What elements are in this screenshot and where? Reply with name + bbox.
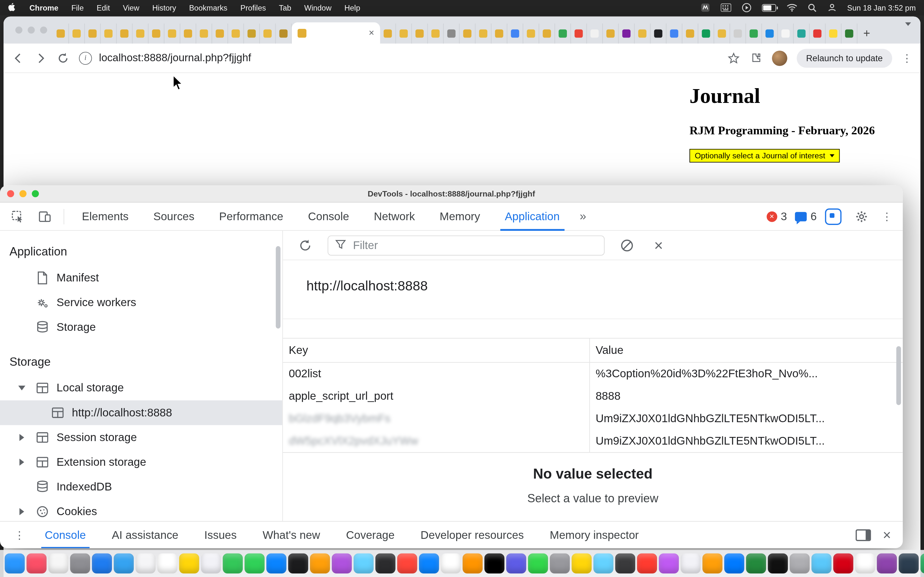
browser-tab[interactable] xyxy=(730,23,746,43)
browser-tab[interactable] xyxy=(101,23,117,43)
table-row[interactable]: apple_script_url_port 8888 xyxy=(283,385,903,408)
browser-menu-kebab-icon[interactable]: ⋮ xyxy=(901,52,912,64)
collapse-triangle-icon[interactable] xyxy=(19,508,24,515)
browser-tab[interactable] xyxy=(635,23,651,43)
dock-app-icon[interactable] xyxy=(397,554,417,574)
menu-item-help[interactable]: Help xyxy=(344,3,360,12)
tab-network[interactable]: Network xyxy=(363,202,425,230)
browser-tab[interactable] xyxy=(714,23,730,43)
tab-application[interactable]: Application xyxy=(494,202,570,230)
browser-tab[interactable] xyxy=(842,23,858,43)
sidebar-scrollbar[interactable] xyxy=(276,246,281,329)
tab-elements[interactable]: Elements xyxy=(71,202,139,230)
browser-tab[interactable] xyxy=(444,23,460,43)
user-switch-icon[interactable] xyxy=(827,3,837,12)
drawer-tab-issues[interactable]: Issues xyxy=(192,521,248,548)
expand-triangle-icon[interactable] xyxy=(18,386,25,390)
dock-app-icon[interactable] xyxy=(855,554,875,574)
tab-performance[interactable]: Performance xyxy=(208,202,294,230)
tab-search-icon[interactable] xyxy=(903,26,916,44)
browser-tab[interactable] xyxy=(428,23,444,43)
drawer-tab-memory-inspector[interactable]: Memory inspector xyxy=(538,521,651,548)
browser-tab[interactable] xyxy=(651,23,667,43)
collapse-triangle-icon[interactable] xyxy=(19,434,24,441)
dock-app-icon[interactable] xyxy=(136,554,155,574)
bookmark-star-icon[interactable] xyxy=(727,52,740,64)
drawer-tab-ai-assistance[interactable]: AI assistance xyxy=(100,521,190,548)
spotlight-search-icon[interactable] xyxy=(808,3,817,12)
drawer-tab-console[interactable]: Console xyxy=(33,521,98,548)
browser-tab[interactable] xyxy=(555,23,571,43)
dock-app-icon[interactable] xyxy=(27,554,47,574)
sidebar-item-cookies[interactable]: Cookies xyxy=(0,500,282,521)
dock-app-icon[interactable] xyxy=(201,554,221,574)
dock-app-icon[interactable] xyxy=(179,554,199,574)
menu-item-file[interactable]: File xyxy=(71,3,83,12)
status-app-icon[interactable] xyxy=(700,3,710,12)
browser-tab[interactable] xyxy=(778,23,794,43)
dock-app-icon[interactable] xyxy=(899,554,919,574)
drawer-menu-kebab-icon[interactable]: ⋮ xyxy=(8,528,31,541)
dock-app-icon[interactable] xyxy=(506,554,526,574)
dock-app-icon[interactable] xyxy=(5,554,25,574)
sidebar-item-local-storage[interactable]: Local storage xyxy=(0,376,282,400)
browser-tab[interactable] xyxy=(380,23,396,43)
browser-tab[interactable] xyxy=(491,23,507,43)
inspect-element-icon[interactable] xyxy=(6,210,29,223)
sidebar-item-localhost-origin[interactable]: http://localhost:8888 xyxy=(0,400,282,425)
tab-sources[interactable]: Sources xyxy=(143,202,205,230)
wifi-icon[interactable] xyxy=(787,3,797,12)
clear-all-block-icon[interactable] xyxy=(615,238,639,252)
settings-gear-icon[interactable] xyxy=(850,210,873,223)
close-drawer-icon[interactable]: × xyxy=(883,528,891,542)
table-row[interactable]: bGlzdF9qb3VybmFs Um9iZXJ0X01ldGNhbGZlLTE… xyxy=(283,408,903,430)
dock-app-icon[interactable] xyxy=(288,554,308,574)
sidebar-item-service-workers[interactable]: Service workers xyxy=(0,290,282,315)
browser-tab[interactable] xyxy=(460,23,476,43)
dock-app-icon[interactable] xyxy=(833,554,853,574)
close-window-icon[interactable] xyxy=(15,27,23,34)
browser-tab[interactable] xyxy=(276,23,292,43)
dock-app-icon[interactable] xyxy=(332,554,352,574)
dock-app-icon[interactable] xyxy=(659,554,678,574)
dock-app-icon[interactable] xyxy=(354,554,373,574)
dock-app-icon[interactable] xyxy=(572,554,591,574)
dock-app-icon[interactable] xyxy=(637,554,657,574)
sidebar-item-extension-storage[interactable]: Extension storage xyxy=(0,450,282,474)
dock-app-icon[interactable] xyxy=(921,554,924,574)
value-column-header[interactable]: Value xyxy=(590,344,903,357)
browser-tab[interactable] xyxy=(603,23,619,43)
devtools-menu-kebab-icon[interactable]: ⋮ xyxy=(882,210,892,223)
dock-app-icon[interactable] xyxy=(615,554,635,574)
keyboard-grid-icon[interactable] xyxy=(720,3,731,12)
window-controls[interactable] xyxy=(8,16,53,43)
extensions-icon[interactable] xyxy=(750,52,762,64)
browser-tab[interactable] xyxy=(587,23,603,43)
forward-icon[interactable] xyxy=(34,52,47,64)
dock-app-icon[interactable] xyxy=(724,554,744,574)
browser-tab[interactable] xyxy=(523,23,540,43)
browser-tab[interactable] xyxy=(825,23,842,43)
table-row[interactable]: 002list %3Coption%20id%3D%22FtE3hoR_Nvo%… xyxy=(283,363,903,385)
drawer-tab-whats-new[interactable]: What's new xyxy=(251,521,332,548)
menu-item-view[interactable]: View xyxy=(123,3,139,12)
refresh-icon[interactable] xyxy=(294,238,317,252)
browser-tab[interactable] xyxy=(571,23,587,43)
browser-tab[interactable] xyxy=(69,23,85,43)
browser-tab[interactable] xyxy=(260,23,276,43)
row-value[interactable]: %3Coption%20id%3D%22FtE3hoR_Nvo%... xyxy=(590,367,903,380)
browser-tab[interactable] xyxy=(698,23,714,43)
url-text[interactable]: localhost:8888/journal.php?fjjghf xyxy=(99,52,251,64)
new-tab-button[interactable]: + xyxy=(857,27,876,44)
browser-tab[interactable] xyxy=(180,23,196,43)
menu-item-tab[interactable]: Tab xyxy=(279,3,291,12)
row-key[interactable]: apple_script_url_port xyxy=(283,385,590,408)
browser-tab[interactable] xyxy=(666,23,682,43)
menu-item-profiles[interactable]: Profiles xyxy=(240,3,266,12)
more-tabs-icon[interactable]: » xyxy=(573,210,592,223)
apple-menu-icon[interactable] xyxy=(8,3,17,12)
back-icon[interactable] xyxy=(12,52,25,64)
minimize-window-icon[interactable] xyxy=(27,27,35,34)
dock-app-icon[interactable] xyxy=(70,554,90,574)
play-circle-icon[interactable] xyxy=(742,3,751,12)
